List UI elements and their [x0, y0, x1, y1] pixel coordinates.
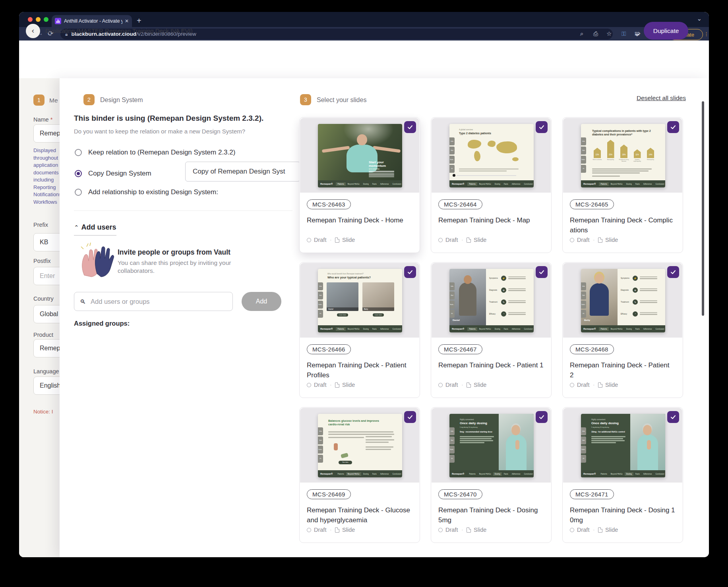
add-user-button[interactable]: Add	[242, 292, 281, 311]
name-field[interactable]: Remepan	[33, 124, 60, 143]
type-label: Slide	[474, 382, 486, 388]
slide-status-row: Draft · Slide	[438, 527, 486, 533]
browser-tab[interactable]: Anthill Activator - Activate your ✕	[52, 15, 132, 27]
copy-design-system-input[interactable]: Copy of Remepan Design Syst	[185, 162, 300, 182]
slide-status-row: Draft · Slide	[570, 527, 618, 533]
zoom-icon[interactable]: ⌕	[580, 30, 583, 37]
slide-preview-patient: InfoRefSafe..PIDanielSymptoms⚡Diagnosis⊕…	[449, 269, 534, 332]
dot-separator: ·	[330, 238, 331, 242]
type-label: Slide	[605, 237, 618, 243]
close-window-button[interactable]	[28, 17, 33, 22]
slide-side-tabs: InfoRefSafe..PI	[449, 282, 455, 319]
slide-nav-bar: Remepan®PatientsBeyond HbA1cDosingFactsA…	[581, 180, 665, 187]
deselect-all-slides-link[interactable]: Deselect all slides	[637, 95, 686, 102]
type-label: Slide	[605, 527, 618, 533]
slide-thumbnail-zone: InfoRefSafe..PIDanielSymptoms⚡Diagnosis⊕…	[432, 263, 551, 338]
slide-nav-bar: Remepan®PatientsBeyond HbA1cDosingFactsA…	[449, 180, 534, 187]
radio-label: Copy Design System	[88, 170, 151, 178]
type-label: Slide	[474, 527, 486, 533]
slide-card[interactable]: InfoRefSafe..PIWho would benefit from Re…	[299, 262, 420, 398]
slide-side-tabs: InfoRefSafe..PI	[318, 282, 323, 319]
browser-tabstrip: Anthill Activator - Activate your ✕ + ⌄	[19, 12, 709, 27]
slide-card[interactable]: InfoRefSafe..PIHighly convenientOnce dai…	[562, 407, 683, 543]
minimize-window-button[interactable]	[36, 17, 41, 22]
slide-selected-checkbox[interactable]	[404, 121, 416, 133]
slide-nav-bar: Remepan®PatientsBeyond HbA1cDosingFactsA…	[581, 325, 665, 332]
slide-selected-checkbox[interactable]	[667, 121, 679, 133]
name-hint-text: Displayed throughout application documen…	[33, 147, 60, 206]
slide-card[interactable]: InfoRefSafe..PITypical complications in …	[562, 117, 683, 253]
design-system-option[interactable]: Keep relation to (Remepan Design System …	[75, 149, 235, 156]
slides-section-title: Select your slides	[317, 97, 366, 104]
scrollbar-thumb[interactable]	[702, 101, 704, 316]
slide-preview-chart: InfoRefSafe..PITypical complications in …	[581, 124, 665, 187]
name-label: Name *	[33, 116, 52, 123]
slide-file-icon	[467, 238, 471, 243]
country-field[interactable]: Global	[33, 305, 60, 323]
product-field[interactable]: Remepan	[33, 339, 60, 357]
slide-card[interactable]: InfoRefSafe..PIBalances glucose levels a…	[299, 407, 420, 543]
slide-selected-checkbox[interactable]	[536, 121, 548, 133]
design-system-option[interactable]: Add relationship to existing Design Syst…	[75, 188, 218, 196]
slide-card[interactable]: InfoRefSafe..PIDanielSymptoms⚡Diagnosis⊕…	[431, 262, 552, 398]
metadata-section-title: Me	[49, 97, 58, 104]
new-tab-button[interactable]: +	[137, 15, 141, 26]
assigned-groups-label: Assigned groups:	[74, 320, 130, 327]
slide-card[interactable]: InfoRefSafe..PIBettySymptoms⚡Diagnosis⊕T…	[562, 262, 683, 398]
type-label: Slide	[342, 527, 355, 533]
field-label: Postfix	[33, 258, 51, 264]
postfix-field[interactable]: Enter	[33, 267, 60, 285]
extensions-puzzle-icon[interactable]: 🧩︎	[635, 30, 641, 37]
slide-thumbnail-zone: InfoRefSafe..PIHighly convenientOnce dai…	[563, 408, 682, 483]
slide-selected-checkbox[interactable]	[536, 411, 548, 423]
slide-nav-bar: Remepan®PatientsBeyond HbA1cDosingFactsA…	[318, 470, 402, 477]
slide-file-icon	[598, 527, 602, 533]
radio-label: Keep relation to (Remepan Design System …	[88, 149, 235, 156]
slide-title: Remepan Training Deck - Home	[307, 215, 414, 225]
slide-card[interactable]: InfoRefSafe..PIHighly convenientOnce dai…	[431, 407, 552, 543]
slide-id-badge: MCS-26464	[438, 199, 482, 209]
dot-separator: ·	[461, 527, 463, 532]
tab-search-chevron-icon[interactable]: ⌄	[697, 15, 702, 22]
design-system-section-title: Design System	[100, 97, 143, 104]
bookmark-star-icon[interactable]: ☆	[606, 30, 612, 37]
language-field[interactable]: English	[33, 377, 60, 395]
password-extension-icon[interactable]: ⚿	[622, 30, 626, 37]
duplicate-button[interactable]: Duplicate	[644, 22, 688, 40]
share-icon[interactable]: ⎙	[593, 30, 598, 37]
slide-file-icon	[598, 238, 602, 243]
prefix-field[interactable]: KB	[33, 233, 60, 251]
slide-status-row: Draft · Slide	[438, 237, 486, 243]
slide-selected-checkbox[interactable]	[404, 411, 416, 423]
tab-close-icon[interactable]: ✕	[125, 18, 129, 24]
radio-icon[interactable]	[75, 149, 82, 156]
status-label: Draft	[445, 382, 458, 388]
slide-card[interactable]: InfoRefSafe..PIA global overviewType 2 d…	[431, 117, 552, 253]
slide-side-tabs: InfoRefSafe..PI	[449, 137, 455, 174]
back-button[interactable]: ‹	[26, 24, 40, 38]
status-label: Draft	[577, 527, 589, 533]
maximize-window-button[interactable]	[44, 17, 48, 22]
draft-status-icon	[570, 383, 574, 387]
slide-selected-checkbox[interactable]	[667, 266, 679, 278]
browser-menu-icon[interactable]: ⋮	[704, 29, 709, 39]
step-1-badge: 1	[33, 95, 45, 106]
slide-selected-checkbox[interactable]	[667, 411, 679, 423]
draft-status-icon	[438, 383, 443, 387]
slide-thumbnail-zone: InfoRefSafe..PIBalances glucose levels a…	[300, 408, 419, 483]
slide-preview-map: InfoRefSafe..PIA global overviewType 2 d…	[449, 124, 534, 187]
add-users-toggle[interactable]: ⌃Add users	[74, 223, 116, 236]
radio-icon[interactable]	[75, 189, 82, 196]
slide-preview-glucose: InfoRefSafe..PIBalances glucose levels a…	[318, 414, 402, 477]
design-system-option[interactable]: Copy Design System	[75, 170, 151, 178]
radio-selected-icon[interactable]	[75, 170, 82, 177]
section-divider	[74, 210, 292, 211]
slide-card[interactable]: Start your momentumWITH REMEPANRemepan®P…	[299, 117, 420, 253]
add-users-search-input[interactable]: 🔍︎ Add users or groups	[74, 292, 233, 311]
slide-status-row: Draft · Slide	[570, 237, 618, 243]
page-header	[19, 41, 709, 79]
slide-selected-checkbox[interactable]	[536, 266, 548, 278]
slide-id-badge: MCS-26467	[438, 344, 482, 354]
slide-thumbnail-zone: InfoRefSafe..PITypical complications in …	[563, 118, 682, 193]
slide-selected-checkbox[interactable]	[404, 266, 416, 278]
